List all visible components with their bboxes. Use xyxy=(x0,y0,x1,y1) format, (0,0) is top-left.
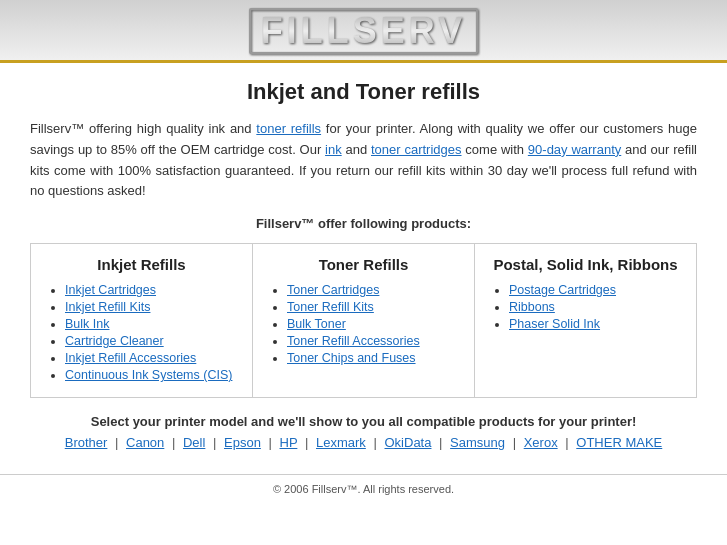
list-item: Bulk Ink xyxy=(65,317,236,331)
phaser-solid-ink-link[interactable]: Phaser Solid Ink xyxy=(509,317,600,331)
separator: | xyxy=(269,435,272,450)
dell-link[interactable]: Dell xyxy=(183,435,205,450)
toner-cartridges-link2[interactable]: Toner Cartridges xyxy=(287,283,379,297)
cis-link[interactable]: Continuous Ink Systems (CIS) xyxy=(65,368,232,382)
main-content: Inkjet and Toner refills Fillserv™ offer… xyxy=(0,63,727,474)
footer: © 2006 Fillserv™. All rights reserved. xyxy=(0,474,727,503)
hp-link[interactable]: HP xyxy=(280,435,298,450)
toner-refill-kits-link[interactable]: Toner Refill Kits xyxy=(287,300,374,314)
postal-list: Postage Cartridges Ribbons Phaser Solid … xyxy=(491,283,680,331)
toner-column: Toner Refills Toner Cartridges Toner Ref… xyxy=(253,244,475,397)
samsung-link[interactable]: Samsung xyxy=(450,435,505,450)
footer-text: © 2006 Fillserv™. All rights reserved. xyxy=(273,483,454,495)
inkjet-cartridges-link[interactable]: Inkjet Cartridges xyxy=(65,283,156,297)
list-item: Bulk Toner xyxy=(287,317,458,331)
list-item: Toner Chips and Fuses xyxy=(287,351,458,365)
postal-column-title: Postal, Solid Ink, Ribbons xyxy=(491,256,680,273)
list-item: Toner Cartridges xyxy=(287,283,458,297)
postal-column: Postal, Solid Ink, Ribbons Postage Cartr… xyxy=(475,244,696,397)
list-item: Toner Refill Kits xyxy=(287,300,458,314)
warranty-link[interactable]: 90-day warranty xyxy=(528,142,621,157)
toner-chips-link[interactable]: Toner Chips and Fuses xyxy=(287,351,416,365)
ribbons-link[interactable]: Ribbons xyxy=(509,300,555,314)
toner-accessories-link[interactable]: Toner Refill Accessories xyxy=(287,334,420,348)
separator: | xyxy=(373,435,376,450)
list-item: Toner Refill Accessories xyxy=(287,334,458,348)
printer-links: Brother | Canon | Dell | Epson | HP | Le… xyxy=(30,435,697,450)
other-make-link[interactable]: OTHER MAKE xyxy=(576,435,662,450)
lexmark-link[interactable]: Lexmark xyxy=(316,435,366,450)
list-item: Inkjet Refill Kits xyxy=(65,300,236,314)
separator: | xyxy=(565,435,568,450)
inkjet-refill-kits-link[interactable]: Inkjet Refill Kits xyxy=(65,300,150,314)
cartridge-cleaner-link[interactable]: Cartridge Cleaner xyxy=(65,334,164,348)
separator: | xyxy=(115,435,118,450)
brother-link[interactable]: Brother xyxy=(65,435,108,450)
intro-paragraph: Fillserv™ offering high quality ink and … xyxy=(30,119,697,202)
list-item: Ribbons xyxy=(509,300,680,314)
list-item: Postage Cartridges xyxy=(509,283,680,297)
list-item: Inkjet Refill Accessories xyxy=(65,351,236,365)
products-columns: Inkjet Refills Inkjet Cartridges Inkjet … xyxy=(30,243,697,398)
inkjet-accessories-link[interactable]: Inkjet Refill Accessories xyxy=(65,351,196,365)
printer-section: Select your printer model and we'll show… xyxy=(30,414,697,450)
list-item: Inkjet Cartridges xyxy=(65,283,236,297)
list-item: Continuous Ink Systems (CIS) xyxy=(65,368,236,382)
header: Fillserv xyxy=(0,0,727,63)
separator: | xyxy=(305,435,308,450)
epson-link[interactable]: Epson xyxy=(224,435,261,450)
toner-list: Toner Cartridges Toner Refill Kits Bulk … xyxy=(269,283,458,365)
toner-refills-link[interactable]: toner refills xyxy=(256,121,321,136)
bulk-toner-link[interactable]: Bulk Toner xyxy=(287,317,346,331)
okidata-link[interactable]: OkiData xyxy=(385,435,432,450)
list-item: Cartridge Cleaner xyxy=(65,334,236,348)
separator: | xyxy=(439,435,442,450)
bulk-ink-link[interactable]: Bulk Ink xyxy=(65,317,109,331)
list-item: Phaser Solid Ink xyxy=(509,317,680,331)
inkjet-column-title: Inkjet Refills xyxy=(47,256,236,273)
products-header: Fillserv™ offer following products: xyxy=(30,216,697,231)
separator: | xyxy=(172,435,175,450)
printer-prompt: Select your printer model and we'll show… xyxy=(30,414,697,429)
xerox-link[interactable]: Xerox xyxy=(524,435,558,450)
site-logo: Fillserv xyxy=(249,8,478,54)
inkjet-list: Inkjet Cartridges Inkjet Refill Kits Bul… xyxy=(47,283,236,382)
canon-link[interactable]: Canon xyxy=(126,435,164,450)
postage-cartridges-link[interactable]: Postage Cartridges xyxy=(509,283,616,297)
separator: | xyxy=(513,435,516,450)
ink-link[interactable]: ink xyxy=(325,142,342,157)
toner-cartridges-link[interactable]: toner cartridges xyxy=(371,142,462,157)
inkjet-column: Inkjet Refills Inkjet Cartridges Inkjet … xyxy=(31,244,253,397)
separator: | xyxy=(213,435,216,450)
toner-column-title: Toner Refills xyxy=(269,256,458,273)
page-title: Inkjet and Toner refills xyxy=(30,79,697,105)
